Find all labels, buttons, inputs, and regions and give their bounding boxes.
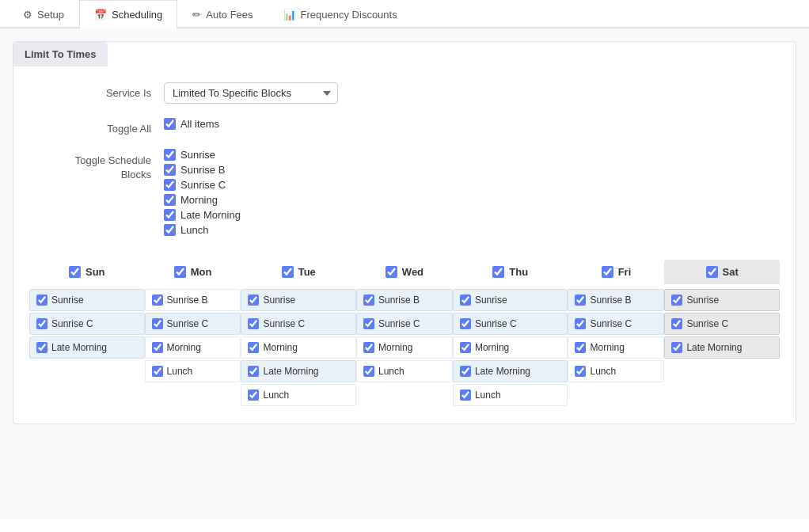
- mon-sunrise-b-checkbox[interactable]: [152, 294, 163, 306]
- sun-label: Sun: [85, 266, 105, 278]
- schedule-grid-wrapper: Sun Mon: [29, 253, 780, 408]
- thu-lunch: Lunch: [453, 384, 568, 406]
- mon-label: Mon: [191, 266, 212, 278]
- thu-lunch-checkbox[interactable]: [460, 390, 471, 401]
- tab-auto-fees[interactable]: ✏ Auto Fees: [177, 0, 268, 28]
- thu-sunrise-c-checkbox[interactable]: [460, 318, 471, 329]
- thu-late-morning: Late Morning: [453, 360, 568, 382]
- toggle-all-item-label: All items: [180, 118, 219, 130]
- mon-lunch-checkbox[interactable]: [152, 366, 163, 377]
- tue-header-checkbox[interactable]: [282, 266, 294, 278]
- tue-sunrise: Sunrise: [241, 289, 356, 311]
- tue-morning-checkbox[interactable]: [248, 342, 259, 353]
- thu-sunrise-checkbox[interactable]: [460, 294, 471, 306]
- mon-header-checkbox[interactable]: [174, 266, 186, 278]
- tue-lunch-checkbox[interactable]: [248, 390, 259, 401]
- fri-header-checkbox[interactable]: [602, 266, 613, 278]
- tab-setup[interactable]: ⚙ Setup: [8, 0, 79, 28]
- sat-col: Sunrise Sunrise C Late Morning: [664, 289, 780, 408]
- wed-col: Sunrise B Sunrise C Morning: [356, 289, 453, 408]
- wed-sunrise-b-checkbox[interactable]: [363, 294, 374, 306]
- tue-lunch: Lunch: [241, 384, 356, 406]
- block-sunrise-c-checkbox[interactable]: [164, 179, 176, 191]
- wed-morning: Morning: [356, 336, 453, 359]
- mon-col: Sunrise B Sunrise C Morning: [145, 289, 241, 408]
- sun-sunrise: Sunrise: [29, 289, 145, 311]
- fri-lunch-checkbox[interactable]: [575, 366, 586, 377]
- tue-sunrise-checkbox[interactable]: [248, 294, 259, 306]
- day-header-fri: Fri: [568, 260, 664, 289]
- mon-morning-checkbox[interactable]: [152, 342, 163, 353]
- thu-col: Sunrise Sunrise C Morning: [453, 289, 568, 408]
- sat-sunrise-c: Sunrise C: [664, 313, 780, 335]
- block-sunrise-c: Sunrise C: [164, 179, 780, 191]
- setup-icon: ⚙: [23, 9, 32, 21]
- wed-sunrise-c-checkbox[interactable]: [363, 318, 374, 329]
- sun-col: Sunrise Sunrise C Late Morning: [29, 289, 145, 408]
- fri-morning-checkbox[interactable]: [575, 342, 586, 353]
- block-sunrise-b: Sunrise B: [164, 164, 780, 176]
- sat-late-morning-checkbox[interactable]: [671, 342, 682, 353]
- fri-sunrise-c: Sunrise C: [568, 313, 664, 335]
- fri-sunrise-c-checkbox[interactable]: [575, 318, 586, 329]
- tue-late-morning-checkbox[interactable]: [248, 366, 259, 377]
- main-content: Limit To Times Service Is Limited To Spe…: [0, 28, 809, 519]
- tue-col: Sunrise Sunrise C Morning: [241, 289, 356, 408]
- sat-sunrise-checkbox[interactable]: [671, 294, 682, 306]
- section-title: Limit To Times: [13, 42, 108, 66]
- toggle-all-row: Toggle All All items: [29, 118, 780, 135]
- mon-sunrise-b: Sunrise B: [145, 289, 241, 311]
- service-is-select[interactable]: Limited To Specific Blocks Not Limited L…: [164, 82, 338, 104]
- block-sunrise-b-checkbox[interactable]: [164, 164, 176, 176]
- chart-icon: 📊: [283, 9, 296, 21]
- thu-header-checkbox[interactable]: [492, 266, 504, 278]
- wed-lunch: Lunch: [356, 360, 453, 382]
- mon-sunrise-c-checkbox[interactable]: [152, 318, 163, 329]
- block-lunch: Lunch: [164, 224, 780, 236]
- block-sunrise: Sunrise: [164, 149, 780, 161]
- day-header-sat: Sat: [664, 260, 780, 289]
- block-lunch-checkbox[interactable]: [164, 224, 176, 236]
- tab-frequency-discounts[interactable]: 📊 Frequency Discounts: [268, 0, 412, 28]
- sun-late-morning-checkbox[interactable]: [36, 342, 47, 353]
- sun-header-checkbox[interactable]: [69, 266, 81, 278]
- sun-sunrise-checkbox[interactable]: [36, 294, 47, 306]
- thu-sunrise: Sunrise: [453, 289, 568, 311]
- wed-lunch-checkbox[interactable]: [363, 366, 374, 377]
- service-is-label: Service Is: [29, 82, 164, 99]
- block-late-morning: Late Morning: [164, 209, 780, 221]
- toggle-all-label: Toggle All: [29, 118, 164, 135]
- fri-col: Sunrise B Sunrise C Morning: [568, 289, 664, 408]
- day-header-thu: Thu: [453, 260, 568, 289]
- block-late-morning-checkbox[interactable]: [164, 209, 176, 221]
- day-header-wed: Wed: [356, 260, 453, 289]
- block-morning-checkbox[interactable]: [164, 194, 176, 206]
- block-sunrise-checkbox[interactable]: [164, 149, 176, 161]
- tab-setup-label: Setup: [37, 9, 64, 21]
- tue-late-morning: Late Morning: [241, 360, 356, 382]
- tab-auto-fees-label: Auto Fees: [206, 9, 253, 21]
- thu-morning-checkbox[interactable]: [460, 342, 471, 353]
- sat-sunrise: Sunrise: [664, 289, 780, 311]
- wed-sunrise-b: Sunrise B: [356, 289, 453, 311]
- tab-scheduling-label: Scheduling: [112, 9, 162, 21]
- wed-header-checkbox[interactable]: [386, 266, 397, 278]
- toggle-schedule-label: Toggle ScheduleBlocks: [29, 149, 164, 182]
- wed-morning-checkbox[interactable]: [363, 342, 374, 353]
- tab-scheduling[interactable]: 📅 Scheduling: [79, 0, 177, 28]
- tue-sunrise-c-checkbox[interactable]: [248, 318, 259, 329]
- block-late-morning-label: Late Morning: [180, 209, 241, 221]
- limit-to-times-card: Limit To Times Service Is Limited To Spe…: [13, 41, 796, 424]
- sat-sunrise-c-checkbox[interactable]: [671, 318, 682, 329]
- day-header-mon: Mon: [145, 260, 241, 289]
- thu-late-morning-checkbox[interactable]: [460, 366, 471, 377]
- day-header-sun: Sun: [29, 260, 145, 289]
- mon-sunrise-c: Sunrise C: [145, 313, 241, 335]
- block-lunch-label: Lunch: [180, 224, 208, 236]
- toggle-all-checkbox[interactable]: [164, 118, 176, 130]
- wed-label: Wed: [402, 266, 423, 278]
- fri-sunrise-b-checkbox[interactable]: [575, 294, 586, 306]
- sun-sunrise-c-checkbox[interactable]: [36, 318, 47, 329]
- day-header-tue: Tue: [241, 260, 356, 289]
- sat-header-checkbox[interactable]: [706, 266, 718, 278]
